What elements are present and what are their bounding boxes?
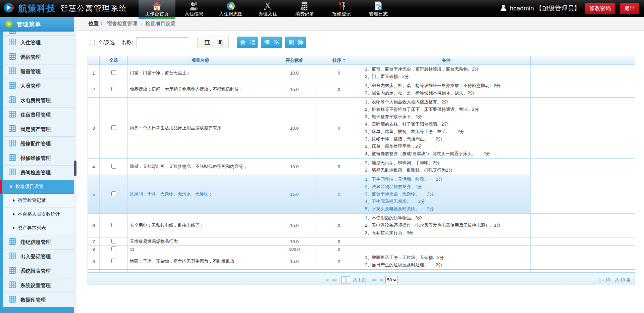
- user-icon: [500, 4, 507, 13]
- nav-tab-management-log[interactable]: 管理日志: [360, 0, 397, 17]
- sidebar-item[interactable]: 系统报表管理: [3, 264, 74, 278]
- grid-icon: [9, 140, 16, 148]
- sidebar-item[interactable]: 房间检查管理: [3, 166, 74, 180]
- table-row[interactable]: 6 安全用电：无私拉电线，乱接电线等； 15.0 0 1、不使用热的快等物品。3…: [88, 214, 635, 237]
- row-checkbox[interactable]: [111, 70, 116, 75]
- row-checkbox-cell: [100, 98, 128, 159]
- topbar: 航策科技 智慧公寓管理系统 工作台首页 入: [0, 0, 644, 17]
- name-filter-input[interactable]: [136, 37, 189, 47]
- sidebar-subitem[interactable]: 资产异常列表: [3, 221, 74, 235]
- nav-tab-checkin[interactable]: 办理入住: [249, 0, 286, 17]
- nav-tab-repair-registration[interactable]: 报修登记: [323, 0, 360, 17]
- app-title: 智慧公寓管理系统: [60, 3, 127, 13]
- select-all-checkbox[interactable]: [90, 40, 95, 45]
- row-checkbox[interactable]: [111, 239, 116, 243]
- table-row[interactable]: 8 11 100.0 0: [88, 246, 635, 253]
- sidebar-item[interactable]: 维修配件管理: [3, 137, 74, 151]
- sidebar-item[interactable]: 水电费用管理: [3, 93, 74, 108]
- edit-button[interactable]: 编 辑: [261, 37, 282, 48]
- row-checkbox[interactable]: [111, 259, 116, 263]
- row-checkbox-cell: [100, 237, 128, 246]
- sidebar-subitem[interactable]: 不合格人员次数统计: [3, 208, 74, 221]
- table-row[interactable]: 2 物品摆放：房间、大厅相关物品整齐摆放，不得乱扔乱放； 15.0 0 1、宿舍…: [88, 81, 635, 98]
- last-page-icon[interactable]: ▶|: [379, 278, 383, 282]
- sidebar-item[interactable]: 住宿费用管理: [3, 108, 74, 122]
- sidebar-item[interactable]: 人员管理: [3, 79, 74, 93]
- sidebar-item[interactable]: 固定资产管理: [3, 122, 74, 137]
- sidebar-item[interactable]: [3, 32, 74, 36]
- row-checkbox[interactable]: [111, 247, 116, 251]
- page-number-input[interactable]: [341, 276, 350, 284]
- delete-button[interactable]: 删 除: [285, 37, 306, 48]
- row-checkbox-cell: [100, 159, 128, 175]
- note-line: 1、不使用热的快等物品。3分: [365, 214, 528, 222]
- breadcrumb-parent[interactable]: 宿舍检查管理: [107, 20, 137, 27]
- sidebar-subitem[interactable]: 宿管检查记录: [3, 194, 74, 208]
- pagination-bar: |◀ ◀◀ 共 1 页 ▶▶ ▶| 50 1 - 10 共 10 条: [88, 274, 635, 285]
- note-line: 2、宿舍内的床、柜、桌、椅等设施不得损坏、缺失。2分: [365, 89, 528, 97]
- header-score[interactable]: 评分标准: [273, 56, 316, 65]
- grid-icon: [9, 154, 16, 162]
- grid-icon: [9, 82, 16, 90]
- row-checkbox[interactable]: [111, 125, 116, 130]
- header-notes[interactable]: 备注: [362, 56, 531, 65]
- log-document-icon: [373, 1, 383, 11]
- grid-icon: [9, 281, 16, 289]
- item-name-cell: 11: [128, 246, 273, 253]
- next-page-icon[interactable]: ▶▶: [371, 278, 377, 282]
- sidebar-header[interactable]: 管理菜单: [0, 17, 74, 32]
- sidebar-subitem[interactable]: 检查项目设置: [0, 180, 74, 194]
- nav-tab-workbench-home[interactable]: 工作台首页: [139, 0, 175, 17]
- note-line: 4、卫生间马桶无积垢。 2分: [365, 198, 528, 205]
- table-row[interactable]: 3 内务：个人日常生活用品床上用品摆放整齐有序 10.0 0 1、衣物等个人物品…: [88, 98, 635, 159]
- sidebar-item[interactable]: 系统设置管理: [3, 278, 74, 293]
- sidebar-item[interactable]: 报修维修管理: [3, 151, 74, 166]
- row-checkbox[interactable]: [111, 191, 116, 196]
- note-line: 1、窗帘、窗台干净无尘，窗帘悬挂整洁，窗台无杂物。2分: [365, 65, 528, 73]
- sidebar-item[interactable]: 数据库管理: [3, 293, 74, 307]
- sidebar-item[interactable]: 违纪信息管理: [3, 235, 74, 250]
- sort-arrows-icon[interactable]: [343, 58, 345, 62]
- row-checkbox[interactable]: [111, 223, 116, 227]
- logout-button[interactable]: 退出: [620, 3, 639, 14]
- change-password-button[interactable]: 修改密码: [585, 3, 615, 14]
- sidebar-scrollbar-thumb[interactable]: [74, 161, 76, 176]
- table-row[interactable]: 9 地面：干净、无杂物，宿舍内无卫生死角，不乱堆乱放 15.0 2 1、地面整洁…: [88, 253, 635, 270]
- sidebar-item[interactable]: 出入登记管理: [3, 250, 74, 264]
- pager-summary: 1 - 10 共 10 条: [599, 274, 631, 285]
- table-row[interactable]: 4 墙壁：无乱写乱画，无乱挂物品；不张贴低俗字画和内容等； 10.0 0 2、墙…: [88, 159, 635, 175]
- table-row[interactable]: 1 门窗：门窗干净，窗台无尘土； 10.0 0 1、窗帘、窗台干净无尘，窗帘悬挂…: [88, 65, 635, 81]
- breadcrumb: 位置： 宿舍检查管理 › 检查项目设置: [76, 17, 644, 31]
- nav-tab-consumption-records[interactable]: … 消费记录: [286, 0, 323, 17]
- table-row[interactable]: 7 无堆放易燃易爆物品行为 10.0 0: [88, 237, 635, 246]
- table-row[interactable]: 5 洗漱间：干净、无杂物、无污水、无异味； 15.0 0 1、卫生间整洁，无污垢…: [88, 175, 635, 214]
- sidebar-item-label: 入住管理: [20, 40, 41, 46]
- table-row-clipped[interactable]: [88, 270, 635, 273]
- query-button[interactable]: 查 询: [197, 37, 229, 48]
- add-button[interactable]: 新 增: [237, 37, 258, 48]
- sidebar-item[interactable]: 入住管理: [3, 36, 74, 50]
- record-total-label: 共 10 条: [614, 277, 631, 283]
- table-header-row: 全选 项目名称 评分标准 排序 备注: [88, 56, 635, 65]
- header-check-all[interactable]: 全选: [100, 56, 128, 65]
- sidebar-item-label: 维修配件管理: [20, 141, 51, 147]
- note-line: 1、床单、席垫、被褥、枕头等干净、整洁。 2分: [365, 128, 528, 135]
- header-item-name[interactable]: 项目名称: [128, 56, 273, 65]
- row-checkbox[interactable]: [111, 87, 116, 91]
- sidebar-item[interactable]: 退宿管理: [3, 64, 74, 79]
- sidebar-item[interactable]: 调宿管理: [3, 50, 74, 64]
- data-grid: 全选 项目名称 评分标准 排序 备注 1 门窗：门窗干净，窗台无尘土； 10.0…: [88, 56, 635, 274]
- nav-tab-occupancy-info[interactable]: 入住信息: [175, 0, 212, 17]
- row-checkbox-cell: [100, 214, 128, 237]
- notes-cell: 1、卫生间整洁，无污垢、垃圾。 2分2、洗漱台物品摆放整齐。2分3、窗台干净无尘…: [362, 175, 531, 214]
- prev-page-icon[interactable]: ◀◀: [331, 278, 336, 282]
- row-number-cell: 7: [88, 237, 100, 246]
- sidebar-scrollbar[interactable]: [74, 17, 76, 313]
- first-page-icon[interactable]: |◀: [325, 278, 328, 282]
- row-checkbox[interactable]: [111, 164, 116, 169]
- nav-tab-room-status-map[interactable]: 入住房态图: [212, 0, 249, 17]
- header-sort[interactable]: 排序: [316, 56, 362, 65]
- page-size-select[interactable]: 50: [385, 276, 398, 284]
- current-user: hcadmin 【超级管理员】: [500, 4, 580, 13]
- row-checkbox-cell: [100, 270, 128, 273]
